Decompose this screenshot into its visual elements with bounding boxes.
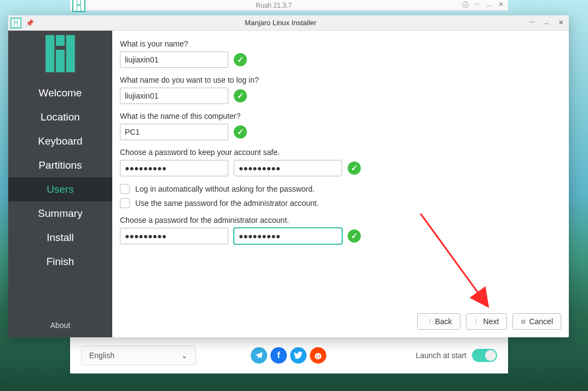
sidebar-item-location[interactable]: Location xyxy=(8,105,112,129)
same-password-checkbox[interactable] xyxy=(120,198,130,208)
svg-rect-0 xyxy=(73,0,77,11)
sidebar: Welcome Location Keyboard Partitions Use… xyxy=(8,31,112,337)
manjaro-logo-icon xyxy=(45,35,75,72)
svg-rect-10 xyxy=(15,23,18,27)
next-label: Next xyxy=(483,317,499,326)
cancel-icon: ⊘ xyxy=(521,318,526,325)
window-controls: ﹀ ︿ ✕ xyxy=(527,18,566,28)
sidebar-item-install[interactable]: Install xyxy=(8,226,112,250)
minimize-icon[interactable]: ﹀ xyxy=(474,1,481,10)
sidebar-item-label: Install xyxy=(47,232,74,244)
manjaro-logo-icon xyxy=(72,0,85,12)
bg-window-controls: ⓘ ﹀ ︿ ✕ xyxy=(462,1,504,10)
twitter-icon[interactable] xyxy=(290,347,307,364)
language-value: English xyxy=(89,351,114,360)
name-input[interactable] xyxy=(120,51,228,68)
password-input[interactable] xyxy=(120,160,228,176)
back-button[interactable]: 〈 Back xyxy=(417,313,460,330)
window-title: Manjaro Linux Installer xyxy=(34,19,527,27)
sidebar-item-label: Location xyxy=(41,111,80,123)
cancel-label: Cancel xyxy=(529,317,553,326)
hostname-label: What is the name of this computer? xyxy=(120,112,561,120)
check-icon: ✓ xyxy=(234,53,247,66)
sidebar-item-label: Summary xyxy=(38,208,82,220)
sidebar-item-partitions[interactable]: Partitions xyxy=(8,153,112,177)
sidebar-item-label: Partitions xyxy=(38,159,82,171)
svg-rect-12 xyxy=(56,35,65,46)
launch-toggle[interactable] xyxy=(472,349,497,362)
maximize-button[interactable]: ︿ xyxy=(541,18,551,28)
background-window-footer: English ⌄ f Launch at start xyxy=(70,337,508,373)
svg-rect-11 xyxy=(45,35,54,72)
hostname-input[interactable] xyxy=(120,124,228,140)
telegram-icon[interactable] xyxy=(251,347,267,364)
svg-rect-13 xyxy=(56,50,65,72)
minimize-button[interactable]: ﹀ xyxy=(527,18,537,28)
svg-point-4 xyxy=(315,353,321,360)
main-panel: What is your name? ✓ What name do you wa… xyxy=(112,31,569,337)
sidebar-item-label: Welcome xyxy=(39,87,82,99)
cancel-button[interactable]: ⊘ Cancel xyxy=(512,313,561,330)
sidebar-item-label: Keyboard xyxy=(38,135,82,147)
admin-password-label: Choose a password for the administrator … xyxy=(120,216,561,225)
facebook-icon[interactable]: f xyxy=(270,347,287,364)
footer-buttons: 〈 Back 〉 Next ⊘ Cancel xyxy=(417,313,561,330)
check-icon: ✓ xyxy=(348,229,361,243)
installer-window: 📌 Manjaro Linux Installer ﹀ ︿ ✕ Welcome … xyxy=(8,15,569,337)
maximize-icon[interactable]: ︿ xyxy=(486,1,493,10)
chevron-right-icon: 〉 xyxy=(474,318,480,326)
svg-rect-2 xyxy=(81,0,84,11)
svg-rect-7 xyxy=(11,18,14,27)
sidebar-item-welcome[interactable]: Welcome xyxy=(8,81,112,105)
admin-password-input[interactable] xyxy=(120,228,228,244)
password-label: Choose a password to keep your account s… xyxy=(120,148,561,157)
check-icon: ✓ xyxy=(234,125,247,139)
svg-rect-1 xyxy=(77,0,80,4)
language-select[interactable]: English ⌄ xyxy=(81,346,196,365)
sidebar-item-label: Users xyxy=(47,183,74,196)
svg-rect-3 xyxy=(77,5,80,11)
sidebar-item-users[interactable]: Users xyxy=(8,177,112,202)
sidebar-item-keyboard[interactable]: Keyboard xyxy=(8,129,112,153)
pin-icon[interactable]: 📌 xyxy=(26,19,34,27)
about-link[interactable]: About xyxy=(8,321,112,330)
launch-label: Launch at start xyxy=(416,351,466,360)
auto-login-label: Log in automatically without asking for … xyxy=(135,185,315,193)
check-icon: ✓ xyxy=(348,162,361,175)
check-icon: ✓ xyxy=(234,89,247,102)
background-window-titlebar: Ruah 21.3.7 ⓘ ﹀ ︿ ✕ xyxy=(70,0,508,11)
login-label: What name do you want to use to log in? xyxy=(120,76,561,84)
svg-rect-8 xyxy=(15,18,18,22)
svg-point-5 xyxy=(316,355,318,357)
svg-rect-14 xyxy=(66,35,75,72)
sidebar-item-finish[interactable]: Finish xyxy=(8,250,112,274)
about-label: About xyxy=(50,321,71,330)
password-confirm-input[interactable] xyxy=(234,160,342,176)
admin-password-confirm-input[interactable] xyxy=(234,228,342,244)
close-button[interactable]: ✕ xyxy=(556,18,566,28)
auto-login-checkbox[interactable] xyxy=(120,184,130,194)
svg-rect-9 xyxy=(18,18,20,27)
reddit-icon[interactable] xyxy=(310,347,326,364)
back-label: Back xyxy=(435,317,452,326)
sidebar-item-label: Finish xyxy=(47,256,74,268)
close-icon[interactable]: ✕ xyxy=(498,1,504,10)
svg-point-6 xyxy=(319,355,320,357)
name-label: What is your name? xyxy=(120,39,561,48)
titlebar: 📌 Manjaro Linux Installer ﹀ ︿ ✕ xyxy=(8,15,569,31)
social-links: f xyxy=(251,347,326,364)
manjaro-logo-icon xyxy=(10,18,21,28)
background-subtitle: Ruah 21.3.7 xyxy=(85,2,462,9)
login-input[interactable] xyxy=(120,88,228,104)
same-password-label: Use the same password for the administra… xyxy=(135,199,319,208)
next-button[interactable]: 〉 Next xyxy=(466,313,508,330)
chevron-down-icon: ⌄ xyxy=(181,351,188,360)
chevron-left-icon: 〈 xyxy=(425,318,431,326)
sidebar-item-summary[interactable]: Summary xyxy=(8,202,112,226)
info-icon[interactable]: ⓘ xyxy=(462,1,469,10)
launch-at-start: Launch at start xyxy=(416,349,497,362)
